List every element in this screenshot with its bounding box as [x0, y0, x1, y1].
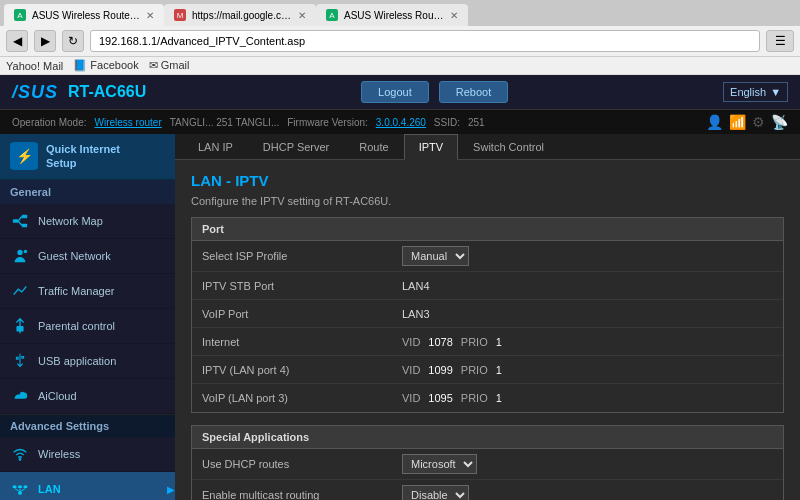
bookmark-facebook[interactable]: 📘 Facebook	[73, 59, 138, 72]
svg-rect-0	[13, 219, 18, 223]
special-section: Special Applications Use DHCP routes Mic…	[191, 425, 784, 500]
browser-toolbar: ◀ ▶ ↻ ☰	[0, 26, 800, 57]
reboot-button[interactable]: Reboot	[439, 81, 508, 103]
tab-iptv[interactable]: IPTV	[404, 134, 458, 160]
tab-close-2[interactable]: ✕	[298, 10, 306, 21]
sidebar-item-label: Network Map	[38, 215, 103, 227]
wifi-icon: 📶	[729, 114, 746, 130]
quick-setup-item[interactable]: ⚡ Quick Internet Setup	[0, 134, 175, 180]
multicast-routing-row: Enable multicast routing Disable Enable	[192, 480, 783, 500]
logout-button[interactable]: Logout	[361, 81, 429, 103]
iptv-stb-value: LAN4	[402, 280, 430, 292]
sidebar-section-advanced: Advanced Settings	[0, 414, 175, 437]
sidebar: ⚡ Quick Internet Setup General Network M…	[0, 134, 175, 500]
tab-switch-control[interactable]: Switch Control	[458, 134, 559, 160]
special-section-header: Special Applications	[192, 426, 783, 449]
sidebar-item-wireless[interactable]: Wireless	[0, 437, 175, 472]
tab-close-3[interactable]: ✕	[450, 10, 458, 21]
firmware-label: Firmware Version:	[287, 117, 368, 128]
sidebar-item-network-map[interactable]: Network Map	[0, 204, 175, 239]
voip-port-label: VoIP Port	[202, 308, 402, 320]
tab-favicon-2: M	[174, 9, 186, 21]
extensions-button[interactable]: ☰	[766, 30, 794, 52]
tab-label-3: ASUS Wireless Router RT-...	[344, 10, 444, 21]
iptv-lan4-vid-prio: VID 1099 PRIO 1	[402, 364, 502, 376]
iptv-lan4-row: IPTV (LAN port 4) VID 1099 PRIO 1	[192, 356, 783, 384]
dhcp-routes-select[interactable]: Microsoft Disable	[402, 454, 477, 474]
tab-lan-ip[interactable]: LAN IP	[183, 134, 248, 160]
refresh-button[interactable]: ↻	[62, 30, 84, 52]
iptv-stb-row: IPTV STB Port LAN4	[192, 272, 783, 300]
isp-profile-select[interactable]: Manual Auto	[402, 246, 469, 266]
forward-button[interactable]: ▶	[34, 30, 56, 52]
browser-chrome: A ASUS Wireless Router RT-... ✕ M https:…	[0, 0, 800, 75]
sidebar-item-label: Wireless	[38, 448, 80, 460]
router-header: /SUS RT-AC66U Logout Reboot English ▼	[0, 75, 800, 110]
status-bar: Operation Mode: Wireless router TANGLI..…	[0, 110, 800, 134]
iptv-vid-value: 1099	[428, 364, 452, 376]
voip-lan3-label: VoIP (LAN port 3)	[202, 392, 402, 404]
browser-tab-3[interactable]: A ASUS Wireless Router RT-... ✕	[316, 4, 468, 26]
svg-line-13	[15, 488, 20, 491]
sidebar-item-aicloud[interactable]: AiCloud	[0, 379, 175, 414]
tab-label-1: ASUS Wireless Router RT-...	[32, 10, 140, 21]
dhcp-routes-value: Microsoft Disable	[402, 454, 477, 474]
port-section-header: Port	[192, 218, 783, 241]
sidebar-item-traffic-manager[interactable]: Traffic Manager	[0, 274, 175, 309]
sidebar-item-parental[interactable]: Parental control	[0, 309, 175, 344]
iptv-lan4-label: IPTV (LAN port 4)	[202, 364, 402, 376]
lan-icon	[10, 479, 30, 499]
sidebar-item-label: LAN	[38, 483, 61, 495]
svg-rect-1	[22, 214, 27, 218]
svg-line-3	[18, 216, 22, 221]
isp-profile-label: Select ISP Profile	[202, 250, 402, 262]
content-area: LAN IP DHCP Server Route IPTV Switch Con…	[175, 134, 800, 500]
voip-prio-value: 1	[496, 392, 502, 404]
internet-row: Internet VID 1078 PRIO 1	[192, 328, 783, 356]
chevron-down-icon: ▼	[770, 86, 781, 98]
internet-vid-value: 1078	[428, 336, 452, 348]
svg-point-8	[19, 458, 22, 461]
tab-favicon-1: A	[14, 9, 26, 21]
sidebar-item-lan[interactable]: LAN	[0, 472, 175, 500]
tab-label-2: https://mail.google.com/...	[192, 10, 292, 21]
internet-vid-label: VID	[402, 336, 420, 348]
bookmark-yahoo[interactable]: Yahoo! Mail	[6, 60, 63, 72]
tab-favicon-3: A	[326, 9, 338, 21]
port-section: Port Select ISP Profile Manual Auto	[191, 217, 784, 413]
user-icon: 👤	[706, 114, 723, 130]
svg-rect-2	[22, 223, 27, 227]
url-bar[interactable]	[90, 30, 760, 52]
voip-vid-value: 1095	[428, 392, 452, 404]
sidebar-item-guest-network[interactable]: Guest Network	[0, 239, 175, 274]
voip-port-row: VoIP Port LAN3	[192, 300, 783, 328]
isp-profile-value: Manual Auto	[402, 246, 469, 266]
isp-profile-row: Select ISP Profile Manual Auto	[192, 241, 783, 272]
browser-tab-2[interactable]: M https://mail.google.com/... ✕	[164, 4, 316, 26]
multicast-routing-select[interactable]: Disable Enable	[402, 485, 469, 500]
network-map-icon	[10, 211, 30, 231]
tab-close-1[interactable]: ✕	[146, 10, 154, 21]
language-selector[interactable]: English ▼	[723, 82, 788, 102]
sidebar-item-label: Guest Network	[38, 250, 111, 262]
status-icons: 👤 📶 ⚙ 📡	[706, 114, 788, 130]
quick-setup-icon: ⚡	[10, 142, 38, 170]
tab-navigation: LAN IP DHCP Server Route IPTV Switch Con…	[175, 134, 800, 160]
voip-lan3-vid-prio: VID 1095 PRIO 1	[402, 392, 502, 404]
page-content: LAN - IPTV Configure the IPTV setting of…	[175, 160, 800, 500]
usb-icon	[10, 351, 30, 371]
settings-icon: ⚙	[752, 114, 765, 130]
tab-dhcp-server[interactable]: DHCP Server	[248, 134, 344, 160]
traffic-manager-icon	[10, 281, 30, 301]
bookmark-gmail[interactable]: ✉ Gmail	[149, 59, 190, 72]
tab-route[interactable]: Route	[344, 134, 403, 160]
operation-mode-value: Wireless router	[95, 117, 162, 128]
back-button[interactable]: ◀	[6, 30, 28, 52]
page-description: Configure the IPTV setting of RT-AC66U.	[191, 195, 784, 207]
browser-tab-1[interactable]: A ASUS Wireless Router RT-... ✕	[4, 4, 164, 26]
iptv-vid-label: VID	[402, 364, 420, 376]
iptv-prio-value: 1	[496, 364, 502, 376]
language-label: English	[730, 86, 766, 98]
sidebar-item-usb[interactable]: USB application	[0, 344, 175, 379]
voip-port-value: LAN3	[402, 308, 430, 320]
